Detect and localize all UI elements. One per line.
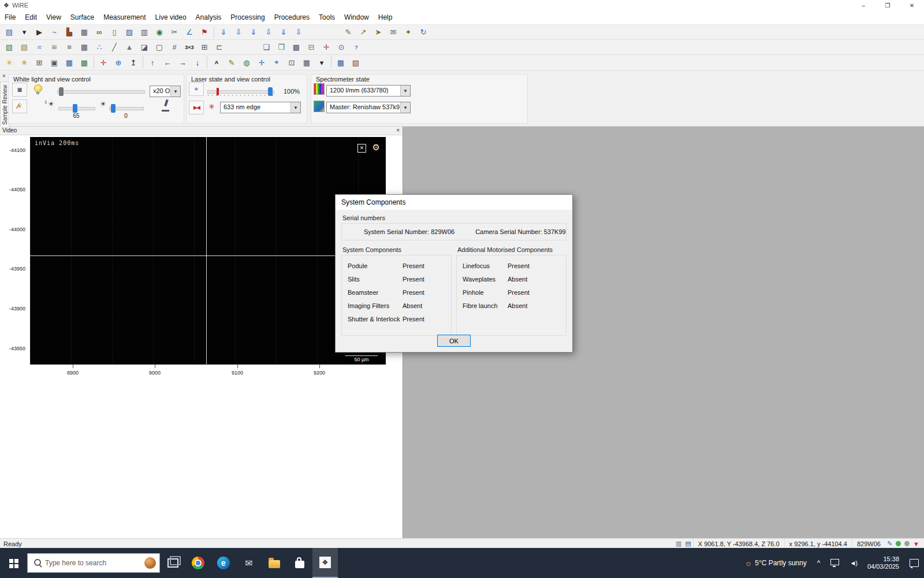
panel-toggle-icon[interactable]: ▥ (676, 540, 681, 547)
minimize-button[interactable]: – (851, 0, 875, 10)
context-help-icon[interactable]: ? (349, 41, 363, 54)
3d-view-icon[interactable]: ∞ (92, 26, 106, 39)
queue-stop-icon[interactable]: ⇩ (292, 26, 305, 39)
tray-expand-button[interactable]: ^ (812, 548, 826, 578)
map-view-icon[interactable]: ◉ (152, 26, 166, 39)
video-panel-header[interactable]: Video × (0, 127, 403, 135)
flag-north-icon[interactable]: ⚑ (198, 26, 211, 39)
new-measurement-icon[interactable]: ▤ (2, 26, 16, 39)
scalebar-icon[interactable]: ⊏ (213, 41, 226, 54)
queue-skip-icon[interactable]: ⇓ (277, 26, 290, 39)
focus-up-icon[interactable]: ↥ (126, 56, 140, 69)
menu-window[interactable]: Window (340, 10, 374, 24)
white-light-view-icon[interactable]: ▤ (17, 41, 31, 54)
store-button[interactable] (287, 548, 312, 578)
colour-map-icon[interactable]: ▩ (77, 56, 91, 69)
white-light-off-button[interactable]: ☀ (12, 99, 27, 113)
chevron-down-icon[interactable]: ▼ (400, 86, 410, 96)
grating-select[interactable]: 1200 l/mm (633/780) ▼ (326, 85, 411, 97)
edge-taskbar-button[interactable]: e (211, 548, 236, 578)
laser-shutter-button[interactable]: ▶◀ (189, 101, 204, 114)
contrast-slider[interactable] (109, 107, 144, 110)
lamp-intensity-slider[interactable] (57, 90, 145, 94)
annotate-icon[interactable]: ✎ (341, 26, 355, 39)
objective-select[interactable]: x20 Oly ▼ (150, 86, 181, 97)
menu-procedures[interactable]: Procedures (270, 10, 314, 24)
queue-next-icon[interactable]: ⇓ (247, 26, 260, 39)
chrome-taskbar-button[interactable] (185, 548, 211, 578)
page-view-icon[interactable]: ▯ (107, 26, 121, 39)
menu-analysis[interactable]: Analysis (191, 10, 226, 24)
ok-button[interactable]: OK (437, 335, 471, 347)
measure-tool-icon[interactable]: ∠ (182, 26, 196, 39)
new-measurement-caret[interactable]: ▾ (17, 26, 31, 39)
library-search-icon[interactable]: ⊙ (334, 41, 348, 54)
menu-processing[interactable]: Processing (226, 10, 269, 24)
white-light-camera-button[interactable]: ◙ (12, 83, 27, 97)
laser-spot-icon[interactable]: ✳ (2, 56, 16, 69)
video-feed[interactable]: inVia 200ms ✕ ⚙ 50 µm (30, 137, 386, 365)
point-grid-caret[interactable]: ▾ (315, 56, 329, 69)
laser-align-button[interactable]: ⌖ (189, 82, 204, 96)
stack-view-icon[interactable]: ≡ (62, 41, 76, 54)
move-up-icon[interactable]: ↑ (146, 56, 159, 69)
grid-view-icon[interactable]: ▦ (77, 41, 91, 54)
stage-grid-icon[interactable]: ⊞ (32, 56, 46, 69)
curve-fit-view-icon[interactable]: ≋ (47, 41, 61, 54)
dialog-title-bar[interactable]: System Components (336, 195, 572, 210)
peak-view-icon[interactable]: ▲ (122, 41, 136, 54)
menu-live-video[interactable]: Live video (151, 10, 191, 24)
cortana-icon[interactable] (144, 557, 156, 569)
chevron-down-icon[interactable]: ▼ (290, 102, 300, 113)
laser-power-icon[interactable]: ✳ (17, 56, 31, 69)
laser-power-slider[interactable] (207, 90, 274, 94)
live-image-icon[interactable]: ▙ (62, 26, 76, 39)
brightness-slider[interactable] (58, 107, 95, 110)
task-view-button[interactable] (160, 548, 185, 578)
queue-pause-icon[interactable]: ⇩ (262, 26, 275, 39)
wire-app-button[interactable]: ❖ (312, 548, 338, 578)
crop-icon[interactable]: # (167, 41, 181, 54)
menu-view[interactable]: View (42, 10, 66, 24)
overlay-view-icon[interactable]: ◪ (137, 41, 151, 54)
scatter-view-icon[interactable]: ∴ (92, 41, 106, 54)
run-queue-icon[interactable]: ▶ (32, 26, 46, 39)
title-bar[interactable]: ❖ WiRE – ❐ ✕ (0, 0, 924, 10)
laser-on-indicator[interactable] (896, 541, 901, 546)
pen-tool-icon[interactable]: ✎ (225, 56, 239, 69)
document-status-icon[interactable]: ▤ (685, 540, 691, 547)
window-layout-icon[interactable]: ▥ (137, 26, 151, 39)
spectrometer-select[interactable]: Master: Renishaw 537k99 ▼ (326, 102, 411, 113)
mail-export-icon[interactable]: ✉ (386, 26, 400, 39)
move-left-icon[interactable]: ← (161, 56, 174, 69)
batch-icon[interactable]: ▩ (289, 41, 303, 54)
dock-close-button[interactable]: × (1, 73, 7, 79)
menu-help[interactable]: Help (374, 10, 397, 24)
microscope-icon[interactable] (161, 99, 170, 112)
brightness-thumb[interactable] (73, 104, 77, 113)
restore-button[interactable]: ❐ (875, 0, 900, 10)
send-icon[interactable]: ➤ (371, 26, 385, 39)
montage-export-icon[interactable]: ▧ (349, 56, 363, 69)
menu-surface[interactable]: Surface (66, 10, 99, 24)
network-tray-button[interactable] (825, 548, 844, 578)
table-view-icon[interactable]: ▦ (334, 56, 348, 69)
roi-icon[interactable]: ▢ (152, 41, 166, 54)
laser-select[interactable]: 633 nm edge ▼ (220, 102, 301, 113)
queue-add-icon[interactable]: ⇓ (217, 26, 230, 39)
action-center-button[interactable] (904, 548, 924, 578)
globe-icon[interactable]: ◍ (240, 56, 254, 69)
gear-icon[interactable]: ⚙ (372, 142, 380, 153)
file-explorer-button[interactable] (262, 548, 287, 578)
add-point-icon[interactable]: ✛ (255, 56, 269, 69)
menu-edit[interactable]: Edit (20, 10, 42, 24)
weather-widget[interactable]: ☼ 5°C Partly sunny (739, 548, 811, 578)
queue-insert-icon[interactable]: ⇩ (232, 26, 245, 39)
lamp-bulb-icon[interactable] (34, 84, 42, 92)
menu-tools[interactable]: Tools (314, 10, 340, 24)
chevron-down-icon[interactable]: ▼ (170, 86, 180, 97)
mail-taskbar-button[interactable]: ✉ (236, 548, 262, 578)
chevron-down-icon[interactable]: ▼ (400, 102, 410, 113)
fullscreen-icon[interactable]: ✕ (357, 144, 366, 153)
origin-icon[interactable]: ⊕ (111, 56, 125, 69)
